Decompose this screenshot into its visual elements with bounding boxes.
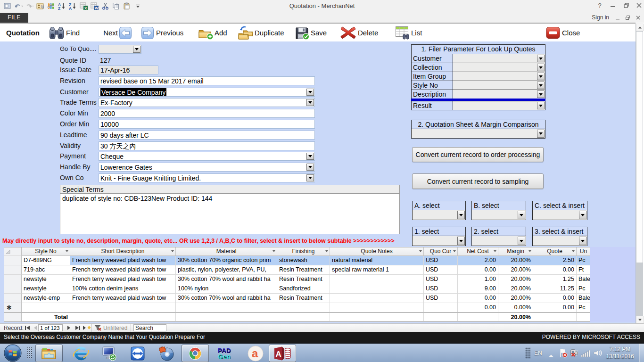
cell[interactable]: French terry weaved plaid wash tow — [70, 294, 176, 303]
column-dropdown-icon[interactable] — [528, 250, 531, 252]
add-button[interactable] — [198, 27, 214, 42]
select-box-dropdown-2-select[interactable] — [518, 237, 525, 245]
field-leadtime[interactable]: 90 days after LC — [99, 131, 315, 140]
close-window-button[interactable] — [633, 0, 644, 10]
cell[interactable]: 20.00% — [498, 294, 533, 303]
cell[interactable]: 20.00% — [498, 256, 533, 265]
filter-dropdown-result[interactable] — [537, 102, 545, 109]
cell[interactable]: 100% cotton denim jeans — [70, 284, 176, 294]
row-selector[interactable] — [4, 256, 22, 265]
tray-expand-icon[interactable] — [548, 351, 554, 360]
column-header-quo-cur[interactable]: Quo Cur — [424, 247, 458, 255]
convert-to-order-button[interactable]: Convert current record to order processi… — [412, 147, 544, 162]
cell[interactable]: Bale — [577, 275, 590, 284]
special-terms-field[interactable]: duplicate of style no: CDB-123New Produc… — [60, 194, 400, 234]
field-issue_date[interactable]: 17-Apr-16 — [99, 66, 158, 74]
first-record-button[interactable] — [25, 325, 31, 332]
cell[interactable]: 100% nylon — [176, 284, 277, 294]
cell[interactable]: 0.00% — [498, 303, 533, 313]
dropdown-button-go_to[interactable] — [133, 46, 140, 53]
cell[interactable]: 20.00% — [498, 265, 533, 275]
cell[interactable]: 1.25 — [533, 275, 577, 284]
convert-to-sampling-button[interactable]: Convert current record to sampling — [412, 173, 544, 189]
last-record-button[interactable] — [74, 325, 81, 332]
column-header-style-no[interactable]: Style No — [22, 247, 70, 255]
cell[interactable] — [277, 303, 330, 313]
list-button[interactable] — [395, 26, 411, 42]
cell[interactable]: 30% cotton 70% wool and rabbit ha — [176, 294, 277, 303]
cell[interactable]: plastic, nylon, polyester, PVA, PU, — [176, 265, 277, 275]
new-record-button[interactable] — [83, 325, 91, 332]
cell[interactable]: newstyle-emp — [22, 294, 70, 303]
row-selector[interactable] — [4, 265, 22, 275]
comparison-combo[interactable] — [411, 129, 545, 139]
scroll-down-button[interactable] — [636, 316, 644, 323]
select-box-combo-1-select[interactable] — [412, 236, 466, 246]
save-button[interactable] — [295, 26, 310, 42]
row-selector[interactable] — [4, 284, 22, 294]
column-dropdown-icon[interactable] — [171, 250, 174, 252]
row-selector[interactable] — [4, 275, 22, 284]
taskbar-app-remote-desktop[interactable] — [95, 345, 123, 362]
column-dropdown-icon[interactable] — [325, 250, 328, 252]
form-vertical-scrollbar[interactable] — [636, 24, 643, 323]
filter-row-combo-result[interactable] — [453, 101, 545, 110]
save-button-label[interactable]: Save — [311, 29, 327, 37]
cell[interactable]: natural material — [330, 256, 424, 265]
filter-indicator-icon[interactable] — [94, 325, 102, 332]
cell[interactable]: 0.00 — [533, 303, 577, 313]
previous-button-label[interactable]: Previous — [156, 29, 183, 37]
close-button[interactable] — [546, 26, 560, 41]
select-box-combo-b-select[interactable] — [471, 210, 526, 220]
dropdown-button-payment[interactable] — [306, 153, 314, 160]
taskbar-app-a-app[interactable]: a — [242, 345, 269, 362]
cell[interactable]: Resin Treatment — [277, 275, 330, 284]
field-go_to[interactable] — [99, 45, 141, 54]
dropdown-button-trade_terms[interactable] — [306, 99, 314, 106]
volume-icon[interactable] — [593, 349, 603, 359]
filter-dropdown-description[interactable] — [537, 90, 545, 98]
child-restore-button[interactable] — [623, 14, 633, 22]
cell[interactable]: USD — [424, 265, 458, 275]
cell[interactable]: newstyle — [22, 284, 70, 294]
cell[interactable]: 2.50 — [533, 256, 577, 265]
column-header-material[interactable]: Material — [176, 247, 277, 255]
dropdown-button-own_co[interactable] — [306, 174, 314, 181]
close-button-label[interactable]: Close — [562, 29, 580, 37]
column-dropdown-icon[interactable] — [66, 250, 68, 252]
cell[interactable]: 0.00 — [458, 265, 498, 275]
child-close-button[interactable] — [634, 14, 643, 22]
taskbar-app-padgen[interactable]: PAD Gen — [211, 345, 238, 362]
cell[interactable] — [22, 303, 70, 313]
cell[interactable]: USD — [424, 275, 458, 284]
column-header-finishing[interactable]: Finishing — [277, 247, 330, 255]
field-order_min[interactable]: 10000 — [99, 120, 315, 129]
dropdown-button-handle_by[interactable] — [306, 164, 314, 171]
previous-button[interactable] — [141, 27, 154, 41]
cell[interactable]: Sandforized — [277, 284, 330, 294]
select-box-dropdown-1-select[interactable] — [457, 237, 465, 245]
delete-button-label[interactable]: Delete — [358, 29, 378, 37]
row-selector[interactable] — [4, 294, 22, 303]
column-header-quote-notes[interactable]: Quote Notes — [330, 247, 424, 255]
column-dropdown-icon[interactable] — [572, 250, 575, 252]
taskbar-app-teamviewer[interactable] — [124, 345, 152, 362]
scroll-up-button[interactable] — [636, 24, 644, 31]
cell[interactable]: 30% cotton 70% organic coton prim — [176, 256, 277, 265]
filter-row-combo-customer[interactable] — [453, 54, 545, 63]
sign-in-link[interactable]: Sign in — [592, 14, 609, 21]
field-trade_terms[interactable]: Ex-Factory — [99, 98, 315, 107]
cell[interactable]: 30% cotton 70% wool and rabbit ha — [176, 275, 277, 284]
dropdown-button-customer[interactable] — [306, 89, 314, 96]
delete-button[interactable] — [340, 26, 356, 41]
cell[interactable] — [70, 303, 176, 313]
cell[interactable]: 9.00 — [458, 284, 498, 294]
cell[interactable]: Pc — [577, 284, 590, 294]
record-search-input[interactable]: Search — [133, 324, 166, 331]
filter-row-combo-style-no[interactable] — [453, 81, 545, 90]
add-button-label[interactable]: Add — [215, 29, 227, 37]
cell[interactable]: French terry weaved plaid wash tow — [70, 275, 176, 284]
select-box-combo-c-select-insert[interactable] — [532, 210, 587, 220]
taskbar-app-internet-explorer[interactable] — [67, 345, 95, 362]
next-record-button[interactable] — [66, 325, 71, 332]
